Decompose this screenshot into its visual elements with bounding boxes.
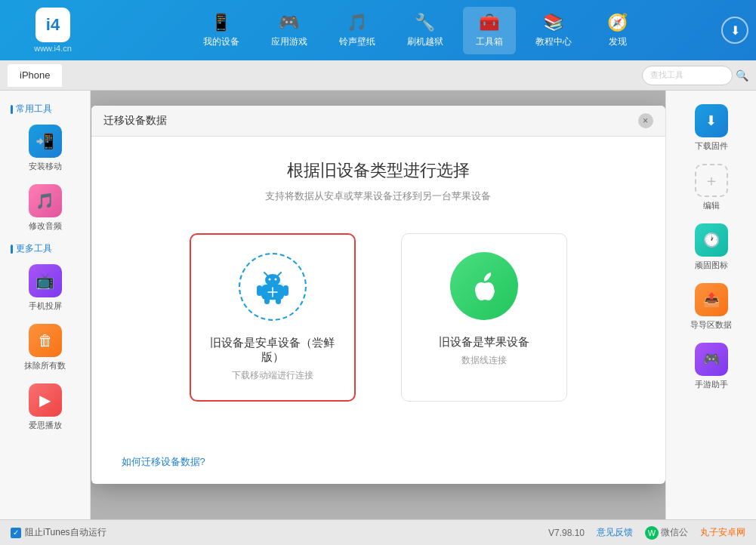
watermark-text: 丸子安卓网 [700, 526, 745, 539]
nav-ringtones[interactable]: 🎵 铃声壁纸 [327, 7, 387, 54]
search-placeholder: 查找工具 [650, 69, 683, 81]
right-panel: ⬇ 下载固件 ＋ 编辑 🕐 顽固图标 📤 导导区数据 🎮 手游助手 [665, 91, 756, 519]
svg-point-3 [268, 279, 270, 281]
svg-rect-7 [257, 285, 262, 296]
add-icon: ＋ [695, 164, 728, 197]
top-navbar: i4 www.i4.cn 📱 我的设备 🎮 应用游戏 🎵 铃声壁纸 🔧 刷机越狱… [0, 0, 756, 60]
nav-right-area: ⬇ [721, 17, 748, 44]
modal-main-title: 根据旧设备类型进行选择 [122, 159, 635, 182]
discover-icon: 🧭 [607, 13, 628, 32]
download-button[interactable]: ⬇ [721, 17, 748, 44]
firmware-icon: ⬇ [695, 104, 728, 137]
sidebar-item-erase[interactable]: 🗑 抹除所有数 [0, 318, 90, 377]
migrate-modal: 迁移设备数据 × 根据旧设备类型进行选择 支持将数据从安卓或苹果设备迁移到另一台… [91, 106, 665, 484]
common-tools-title: 常用工具 [0, 98, 90, 119]
device-tab-bar: iPhone 查找工具 🔍 [0, 60, 756, 91]
device-icon: 📱 [211, 13, 231, 32]
android-device-option[interactable]: 旧设备是安卓设备（尝鲜版） 下载移动端进行连接 [190, 233, 356, 402]
modal-close-button[interactable]: × [638, 113, 653, 128]
logo-area: i4 www.i4.cn [8, 8, 98, 53]
bottom-right: V7.98.10 意见反馈 W 微信公 丸子安卓网 [548, 526, 745, 540]
how-to-migrate-link[interactable]: 如何迁移设备数据? [122, 456, 205, 467]
android-option-subtitle: 下载移动端进行连接 [232, 369, 313, 382]
jailbreak-icon: 🔧 [415, 13, 435, 32]
apple-icon [450, 252, 518, 320]
ringtone-edit-icon: 🎵 [29, 184, 62, 217]
itunes-checkbox[interactable]: ✓ [11, 528, 21, 538]
sidebar-item-play[interactable]: ▶ 爱思播放 [0, 377, 90, 437]
nav-tutorial[interactable]: 📚 教程中心 [523, 7, 584, 54]
apple-option-subtitle: 数据线连接 [461, 354, 507, 367]
sidebar-item-ringtone[interactable]: 🎵 修改音频 [0, 178, 90, 238]
modal-body: 根据旧设备类型进行选择 支持将数据从安卓或苹果设备迁移到另一台苹果设备 [91, 137, 665, 454]
sidebar: 常用工具 📲 安装移动 🎵 修改音频 更多工具 📺 手机投屏 🗑 抹除所有数 ▶… [0, 91, 91, 519]
logo-icon[interactable]: i4 [35, 8, 70, 42]
svg-line-6 [278, 272, 281, 276]
apps-icon: 🎮 [279, 13, 299, 32]
modal-subtitle: 支持将数据从安卓或苹果设备迁移到另一台苹果设备 [122, 189, 635, 203]
sidebar-item-screen[interactable]: 📺 手机投屏 [0, 258, 90, 318]
search-box: 查找工具 [642, 66, 733, 85]
right-item-edit[interactable]: ＋ 编辑 [666, 158, 756, 217]
stubborn-icon: 🕐 [695, 223, 728, 257]
right-item-import[interactable]: 📤 导导区数据 [666, 277, 756, 337]
iphone-tab[interactable]: iPhone [8, 64, 62, 87]
modal-footer: 如何迁移设备数据? [91, 454, 665, 484]
search-icon[interactable]: 🔍 [736, 69, 748, 82]
itunes-label: 阻止iTunes自动运行 [25, 526, 106, 539]
tutorial-icon: 📚 [543, 13, 563, 32]
nav-jailbreak[interactable]: 🔧 刷机越狱 [395, 7, 455, 54]
apple-device-option[interactable]: 旧设备是苹果设备 数据线连接 [401, 233, 567, 402]
modal-title: 迁移设备数据 [103, 114, 167, 128]
svg-rect-8 [283, 285, 289, 296]
game-icon: 🎮 [695, 343, 728, 376]
svg-rect-10 [276, 297, 281, 304]
wechat-icon: W [645, 526, 659, 540]
svg-rect-9 [264, 297, 270, 304]
version-text: V7.98.10 [548, 528, 585, 538]
itunes-checkbox-area[interactable]: ✓ 阻止iTunes自动运行 [11, 526, 106, 539]
wechat-area: W 微信公 [645, 526, 688, 540]
main-area: 常用工具 📲 安装移动 🎵 修改音频 更多工具 📺 手机投屏 🗑 抹除所有数 ▶… [0, 91, 756, 519]
android-option-title: 旧设备是安卓设备（尝鲜版） [209, 336, 336, 365]
play-icon: ▶ [29, 383, 62, 417]
ringtone-icon: 🎵 [347, 13, 367, 32]
erase-icon: 🗑 [29, 324, 62, 357]
svg-line-5 [264, 272, 267, 276]
nav-toolbox[interactable]: 🧰 工具箱 [463, 7, 516, 54]
more-tools-title: 更多工具 [0, 238, 90, 258]
search-area: 查找工具 🔍 [642, 66, 748, 85]
screen-icon: 📺 [29, 264, 62, 297]
nav-discover[interactable]: 🧭 发现 [591, 7, 644, 54]
import-icon: 📤 [695, 283, 728, 316]
right-item-game[interactable]: 🎮 手游助手 [666, 337, 756, 396]
install-icon: 📲 [29, 125, 62, 158]
right-item-stubborn[interactable]: 🕐 顽固图标 [666, 217, 756, 277]
right-item-firmware[interactable]: ⬇ 下载固件 [666, 98, 756, 158]
feedback-link[interactable]: 意见反馈 [597, 526, 633, 539]
svg-point-4 [274, 279, 276, 281]
logo-url: www.i4.cn [34, 44, 72, 53]
main-nav: 📱 我的设备 🎮 应用游戏 🎵 铃声壁纸 🔧 刷机越狱 🧰 工具箱 📚 教程中心… [113, 7, 721, 54]
wechat-label: 微信公 [661, 526, 688, 539]
nav-apps-games[interactable]: 🎮 应用游戏 [259, 7, 319, 54]
apple-option-title: 旧设备是苹果设备 [439, 335, 529, 349]
device-options: 旧设备是安卓设备（尝鲜版） 下载移动端进行连接 旧设备是苹果设 [122, 233, 635, 402]
modal-header: 迁移设备数据 × [91, 106, 665, 137]
nav-my-device[interactable]: 📱 我的设备 [191, 7, 251, 54]
content-area: 迁移设备数据 × 根据旧设备类型进行选择 支持将数据从安卓或苹果设备迁移到另一台… [91, 91, 665, 519]
modal-overlay: 迁移设备数据 × 根据旧设备类型进行选择 支持将数据从安卓或苹果设备迁移到另一台… [91, 91, 665, 519]
android-icon [239, 253, 307, 321]
toolbox-icon: 🧰 [479, 13, 499, 32]
bottom-bar: ✓ 阻止iTunes自动运行 V7.98.10 意见反馈 W 微信公 丸子安卓网 [0, 519, 756, 545]
sidebar-item-install[interactable]: 📲 安装移动 [0, 119, 90, 178]
